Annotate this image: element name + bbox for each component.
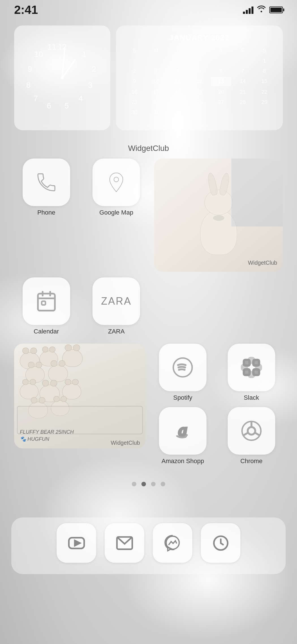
amazon-app-icon: a	[159, 407, 206, 455]
svg-point-15	[248, 427, 255, 435]
slack-icon	[240, 356, 263, 379]
bunny-ear-right	[218, 172, 230, 196]
calendar-app-icon	[23, 277, 70, 325]
clock-center-dot	[61, 76, 64, 79]
dock-clock[interactable]	[201, 523, 240, 563]
bunny-bow	[213, 215, 224, 221]
bear-text: FLUFFY BEAR 25INCH 🐾 HUGFUN	[20, 429, 74, 443]
cal-day-21: 21	[233, 88, 253, 96]
bear-6	[20, 383, 38, 399]
cal-day-2: 2	[124, 67, 145, 75]
battery-icon	[269, 7, 283, 13]
status-time: 2:41	[14, 3, 38, 17]
slack-app-label: Slack	[244, 394, 259, 401]
calendar-grid: S M T W T F S 1 2 3 4 5 6 7 8 9 10	[124, 47, 274, 117]
apps-row-2: .bear-face {position:absolute;background…	[0, 344, 297, 465]
app-spotify[interactable]: Spotify	[151, 344, 214, 401]
bunny-curtain	[231, 159, 283, 226]
calendar-icon	[35, 290, 58, 313]
app-zara[interactable]: ZARA ZARA	[84, 277, 149, 335]
bear-widget[interactable]: .bear-face {position:absolute;background…	[14, 344, 146, 448]
cal-day-10: 10	[146, 77, 166, 86]
dock	[11, 517, 286, 574]
cal-header-s2: S	[254, 47, 274, 55]
clock-num-2: 2	[92, 65, 96, 74]
app-calendar[interactable]: Calendar	[14, 277, 79, 335]
bear-text-line1: FLUFFY BEAR 25INCH	[20, 429, 74, 435]
apps-row-1b: Calendar ZARA ZARA	[0, 277, 297, 335]
cal-day-6: 6	[211, 67, 231, 75]
cal-day-31: 31	[146, 108, 166, 117]
cal-day-25: 25	[168, 98, 188, 106]
cal-day-30: 30	[124, 108, 145, 117]
cal-day-27: 27	[211, 98, 231, 106]
messenger-icon	[163, 534, 182, 552]
bunny-widget[interactable]: WidgetClub	[154, 159, 283, 272]
youtube-icon	[67, 534, 86, 552]
app-slack[interactable]: Slack	[220, 344, 283, 401]
spotify-icon	[171, 356, 194, 379]
dock-youtube[interactable]	[57, 523, 96, 563]
zara-app-label: ZARA	[108, 328, 125, 335]
status-icons	[243, 5, 283, 15]
widgetclub-label-bunny: WidgetClub	[248, 260, 277, 266]
cal-day-23: 23	[124, 98, 145, 106]
clock-widget[interactable]: 12 1 2 3 4 5 6 7 8 9 10 11 .clock-num { …	[14, 25, 110, 130]
apps-row-1: Phone Google Map WidgetClub	[0, 159, 297, 272]
widgetclub-label-bear: WidgetClub	[111, 440, 140, 446]
calendar-widget[interactable]: JANUARY 2022 S M T W T F S 1 2 3 4 5 6 7…	[116, 25, 283, 130]
cal-day-26: 26	[190, 98, 210, 106]
clock-num-9: 9	[28, 65, 32, 74]
svg-rect-12	[242, 365, 247, 370]
phone-icon	[35, 171, 58, 194]
zara-logo-text: ZARA	[101, 295, 132, 307]
cal-day-4: 4	[168, 67, 188, 75]
bear-3	[62, 349, 83, 367]
cal-header-s1: S	[124, 47, 145, 55]
analog-clock-face: 12 1 2 3 4 5 6 7 8 9 10 11	[25, 41, 99, 115]
app-chrome[interactable]: Chrome	[220, 407, 283, 465]
signal-strength-icon	[243, 6, 253, 14]
mail-icon	[115, 534, 134, 552]
bunny-ear-left	[206, 172, 218, 196]
apps-2x2-right: Spotify Slack	[151, 344, 283, 465]
slack-app-icon	[228, 344, 275, 391]
cal-day-8: 8	[254, 67, 274, 75]
clock-num-8: 8	[26, 81, 31, 90]
calendar-app-label: Calendar	[34, 328, 59, 335]
page-dot-2-active[interactable]	[141, 482, 146, 486]
spacer-before-dock	[0, 495, 297, 517]
app-amazon[interactable]: a Amazon Shopp	[151, 407, 214, 465]
dock-messenger[interactable]	[153, 523, 192, 563]
svg-marker-21	[75, 541, 79, 545]
widgets-area: 12 1 2 3 4 5 6 7 8 9 10 11 .clock-num { …	[0, 17, 297, 142]
map-pin-icon	[105, 171, 128, 194]
svg-rect-10	[249, 358, 254, 363]
clock-num-5: 5	[64, 101, 69, 110]
cal-day-13-today: 13	[211, 77, 231, 86]
clock-num-10: 10	[34, 50, 43, 59]
chrome-app-icon	[228, 407, 275, 455]
clock-num-6: 6	[47, 101, 51, 110]
cal-day-1: 1	[254, 57, 274, 65]
chrome-icon	[240, 420, 263, 442]
page-dot-3[interactable]	[151, 482, 156, 486]
spotify-app-icon	[159, 344, 206, 391]
clock-num-11: 11	[48, 42, 56, 52]
cal-day-19: 19	[190, 88, 210, 96]
zara-app-icon: ZARA	[92, 277, 140, 325]
page-dot-4[interactable]	[161, 482, 165, 486]
svg-line-18	[243, 433, 248, 436]
cal-day-20: 20	[211, 88, 231, 96]
amazon-app-label: Amazon Shopp	[162, 457, 204, 465]
clock-num-4: 4	[78, 94, 83, 103]
page-dot-1[interactable]	[132, 482, 136, 486]
cal-day-29: 29	[254, 98, 274, 106]
dock-mail[interactable]	[105, 523, 144, 563]
svg-rect-0	[38, 294, 55, 311]
cal-day-28: 28	[233, 98, 253, 106]
app-google-map[interactable]: Google Map	[84, 159, 149, 216]
app-phone[interactable]: Phone	[14, 159, 79, 216]
svg-rect-11	[249, 372, 254, 377]
map-app-icon	[92, 159, 140, 206]
